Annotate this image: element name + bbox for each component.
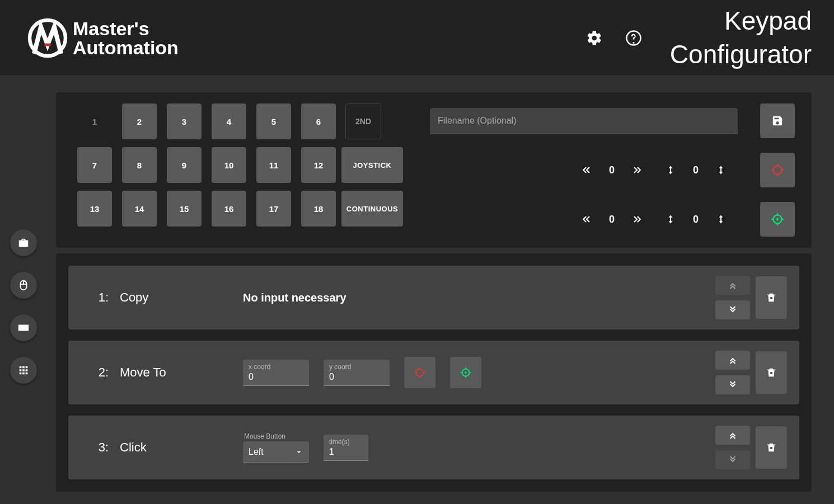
apps-icon [17, 364, 30, 376]
filename-input[interactable] [430, 108, 738, 134]
continuous-coords: 0 0 [430, 202, 795, 237]
step-2-move-up[interactable] [715, 351, 750, 370]
mouse-icon [17, 279, 30, 291]
fab-apps[interactable] [10, 357, 37, 384]
step-2-y-label: y coord [329, 363, 384, 371]
step-2-x-label: x coord [249, 363, 303, 371]
arrow-right-double-icon [631, 164, 643, 176]
keypad-key-16[interactable]: 16 [212, 191, 246, 227]
fab-mouse[interactable] [10, 272, 37, 299]
logo: Master's Automation [25, 16, 179, 60]
keypad-key-2nd[interactable]: 2ND [345, 103, 381, 139]
step-1-delete[interactable] [756, 276, 787, 319]
step-2-label: Move To [120, 365, 232, 380]
step-3-mouse-select[interactable]: Mouse Button Left [243, 432, 309, 463]
main: 1 2 3 4 5 6 2ND 7 8 9 10 11 12 JOYSTICK … [56, 92, 834, 504]
step-1-move-down[interactable] [715, 300, 750, 319]
step-3-delete[interactable] [756, 426, 787, 469]
keypad-key-1: 1 [77, 103, 112, 139]
top-right: 0 0 0 [430, 103, 795, 237]
keypad-key-2[interactable]: 2 [122, 103, 157, 139]
joystick-x: 0 [609, 164, 615, 176]
step-2-delete[interactable] [756, 351, 787, 394]
joystick-coords: 0 0 [430, 153, 795, 187]
keypad-key-4[interactable]: 4 [212, 103, 246, 139]
title-line1: Keypad [670, 4, 812, 38]
chevron-up-double-icon [728, 430, 738, 440]
step-2-target-red[interactable] [404, 357, 435, 388]
step-1-num: 1 [99, 290, 105, 304]
step-3-times-wrap[interactable]: time(s) [324, 435, 368, 461]
arrow-right-double-icon [631, 214, 643, 225]
keypad-key-17[interactable]: 17 [256, 191, 291, 227]
save-button[interactable] [760, 103, 795, 138]
step-2-target-green[interactable] [450, 357, 481, 388]
step-3-num: 3 [99, 440, 105, 454]
step-3-move-up[interactable] [715, 426, 750, 445]
keypad-key-6[interactable]: 6 [301, 103, 336, 139]
logo-text-2: Automation [73, 38, 179, 57]
step-1: 1: Copy No input necessary [68, 266, 799, 329]
target-red-icon [414, 366, 426, 379]
keypad-key-joystick[interactable]: JOYSTICK [341, 147, 403, 183]
keypad-key-13[interactable]: 13 [77, 191, 112, 227]
keypad-key-9[interactable]: 9 [167, 147, 202, 183]
arrow-updown-icon [665, 164, 676, 176]
chevron-down-double-icon [728, 455, 738, 465]
chevron-down-double-icon [728, 305, 738, 315]
keypad-key-8[interactable]: 8 [122, 147, 157, 183]
keypad-key-7[interactable]: 7 [77, 147, 112, 183]
side-fabs [10, 229, 37, 384]
fab-keyboard[interactable] [10, 314, 37, 341]
help-icon[interactable] [625, 30, 642, 46]
arrow-left-double-icon [581, 164, 592, 176]
arrow-updown-icon [715, 214, 727, 225]
svg-rect-1 [44, 43, 50, 46]
header: Master's Automation Keypad Configurator [0, 0, 834, 76]
step-1-label: Copy [120, 290, 232, 305]
keypad-key-14[interactable]: 14 [122, 191, 157, 227]
trash-icon [765, 291, 777, 304]
step-1-move-up [715, 276, 750, 295]
step-2-y-input[interactable] [329, 371, 384, 382]
target-red-button[interactable] [760, 153, 795, 187]
keypad-key-continuous[interactable]: CONTINUOUS [341, 191, 403, 227]
target-green-icon [460, 366, 472, 379]
step-3-label: Click [120, 440, 232, 455]
keypad-key-3[interactable]: 3 [167, 103, 202, 139]
step-2-x-input[interactable] [249, 371, 303, 382]
keyboard-icon [17, 322, 30, 334]
target-green-button[interactable] [760, 202, 795, 237]
keypad: 1 2 3 4 5 6 2ND 7 8 9 10 11 12 JOYSTICK … [73, 103, 385, 237]
chevron-down-double-icon [728, 380, 738, 390]
top-panel: 1 2 3 4 5 6 2ND 7 8 9 10 11 12 JOYSTICK … [56, 92, 812, 248]
keypad-key-15[interactable]: 15 [167, 191, 202, 227]
keypad-key-5[interactable]: 5 [256, 103, 291, 139]
logo-icon [25, 16, 70, 60]
target-green-icon [770, 212, 785, 227]
step-2-y-wrap[interactable]: y coord [324, 360, 390, 386]
title-line2: Configurator [670, 38, 812, 72]
step-2-move-down[interactable] [715, 375, 750, 394]
briefcase-icon [17, 237, 30, 249]
fab-briefcase[interactable] [10, 229, 37, 256]
step-3-mouse-label: Mouse Button [243, 432, 309, 440]
steps-panel: 1: Copy No input necessary 2: Move To x … [56, 253, 812, 492]
keypad-key-12[interactable]: 12 [301, 147, 336, 183]
arrow-updown-icon [715, 164, 727, 176]
trash-icon [765, 366, 777, 379]
svg-point-4 [773, 166, 781, 174]
gear-icon[interactable] [586, 30, 603, 46]
logo-text-1: Master's [73, 19, 179, 38]
svg-rect-30 [770, 447, 772, 449]
step-3-times-input[interactable] [329, 446, 363, 457]
svg-rect-29 [770, 372, 772, 374]
arrow-updown-icon [665, 214, 676, 225]
keypad-key-10[interactable]: 10 [212, 147, 246, 183]
keypad-key-18[interactable]: 18 [301, 191, 336, 227]
trash-icon [765, 441, 777, 454]
step-2-x-wrap[interactable]: x coord [243, 360, 309, 386]
arrow-left-double-icon [581, 214, 592, 225]
step-1-noinput: No input necessary [243, 291, 346, 304]
keypad-key-11[interactable]: 11 [256, 147, 291, 183]
